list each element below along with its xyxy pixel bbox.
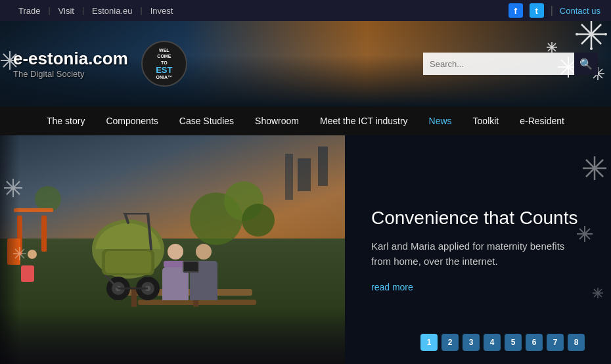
bldg-1 xyxy=(318,147,328,186)
logo-subtitle: The Digital Society xyxy=(13,69,128,79)
bottom-vignette xyxy=(0,307,345,364)
tablet xyxy=(183,261,199,273)
left-vignette xyxy=(0,135,20,364)
pagination: 1 2 3 4 5 6 7 8 xyxy=(420,334,585,351)
search-button[interactable]: 🔍 xyxy=(574,53,598,75)
nav-e-resident[interactable]: e-Resident xyxy=(509,106,575,135)
play-pole-2 xyxy=(41,216,47,252)
svg-line-60 xyxy=(594,289,602,297)
nav-invest[interactable]: Invest xyxy=(143,6,181,16)
app-container: Trade | Visit | Estonia.eu | Invest f t … xyxy=(0,0,611,364)
page-7[interactable]: 7 xyxy=(547,334,564,351)
header: e-estonia.com The Digital Society WELCOM… xyxy=(0,21,611,106)
header-content: e-estonia.com The Digital Society WELCOM… xyxy=(0,21,611,106)
top-bar: Trade | Visit | Estonia.eu | Invest f t … xyxy=(0,0,611,21)
svg-line-51 xyxy=(586,160,603,177)
search-area: 🔍 xyxy=(423,53,598,75)
search-icon: 🔍 xyxy=(579,58,593,70)
logo-area: e-estonia.com The Digital Society xyxy=(13,49,128,79)
svg-line-52 xyxy=(586,160,603,177)
svg-line-56 xyxy=(579,229,590,239)
photo-simulation xyxy=(0,135,345,364)
hero-text-panel: Convenience that Counts Karl and Maria a… xyxy=(345,135,611,364)
twitter-icon[interactable]: t xyxy=(530,3,544,18)
contact-link[interactable]: Contact us xyxy=(560,6,600,16)
facebook-icon[interactable]: f xyxy=(509,3,523,18)
nav-news[interactable]: News xyxy=(419,106,463,135)
page-2[interactable]: 2 xyxy=(441,334,459,351)
nav-components[interactable]: Components xyxy=(95,106,168,135)
person-b-head xyxy=(196,244,212,260)
page-5[interactable]: 5 xyxy=(505,334,522,351)
search-input[interactable] xyxy=(423,53,574,75)
bldg-3 xyxy=(285,154,293,200)
welcome-badge: WELCOMETO EST ONIA™ xyxy=(141,41,187,87)
person-a-head xyxy=(168,244,183,260)
hero-image xyxy=(0,135,345,364)
play-bar xyxy=(14,208,53,212)
main-nav: The story Components Case Studies Showro… xyxy=(0,106,611,135)
logo-text: e-estonia.com xyxy=(13,49,128,69)
svg-point-53 xyxy=(593,167,597,170)
svg-line-57 xyxy=(579,229,590,239)
bldg-2 xyxy=(298,158,311,191)
page-4[interactable]: 4 xyxy=(484,334,501,351)
nav-meet-ict[interactable]: Meet the ICT industry xyxy=(309,106,419,135)
top-bar-right: f t | Contact us xyxy=(509,3,600,18)
svg-line-61 xyxy=(594,289,602,297)
main-content: Convenience that Counts Karl and Maria a… xyxy=(0,135,611,364)
nav-the-story[interactable]: The story xyxy=(36,106,95,135)
hero-description: Karl and Maria applied for maternity ben… xyxy=(371,239,585,269)
child-body xyxy=(21,265,34,282)
page-8[interactable]: 8 xyxy=(568,334,585,351)
svg-rect-29 xyxy=(105,251,151,273)
read-more-link[interactable]: read more xyxy=(371,282,585,292)
nav-visit[interactable]: Visit xyxy=(51,6,82,16)
nav-estonia-eu[interactable]: Estonia.eu xyxy=(84,6,140,16)
nav-trade[interactable]: Trade xyxy=(11,6,48,16)
nav-case-studies[interactable]: Case Studies xyxy=(169,106,244,135)
hero-title: Convenience that Counts xyxy=(371,207,585,229)
page-6[interactable]: 6 xyxy=(526,334,543,351)
social-sep: | xyxy=(551,5,553,16)
page-1[interactable]: 1 xyxy=(420,334,438,351)
nav-showroom[interactable]: Showroom xyxy=(244,106,309,135)
child-head xyxy=(28,250,37,259)
page-3[interactable]: 3 xyxy=(463,334,480,351)
top-nav: Trade | Visit | Estonia.eu | Invest xyxy=(11,6,181,16)
nav-toolkit[interactable]: Toolkit xyxy=(463,106,510,135)
tree-3 xyxy=(242,204,275,237)
